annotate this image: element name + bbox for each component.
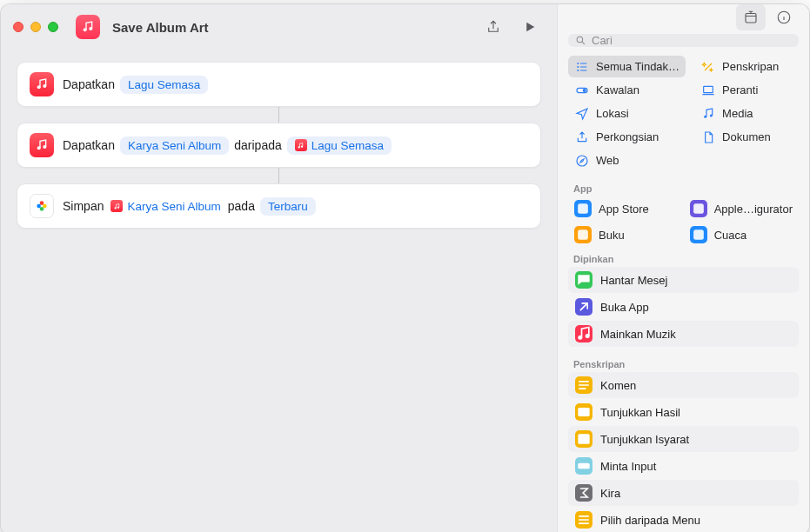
svg-rect-28: [693, 203, 704, 214]
scripting-action[interactable]: Tunjukkan Hasil: [568, 399, 799, 425]
minimize-button[interactable]: [30, 22, 41, 32]
section-label-app: App: [558, 178, 809, 196]
category-penskripan[interactable]: Penskripan: [694, 56, 799, 77]
search-input[interactable]: Cari: [568, 34, 799, 47]
wand-icon: [700, 59, 715, 74]
action-label: Komen: [600, 379, 636, 392]
category-dokumen[interactable]: Dokumen: [694, 126, 799, 148]
category-label: Penskripan: [722, 60, 779, 73]
app-item[interactable]: Buku: [568, 223, 675, 247]
app-item[interactable]: Cuaca: [684, 223, 799, 247]
action-word: Dapatkan: [63, 77, 115, 91]
scripting-action[interactable]: Tunjukkan Isyarat: [568, 426, 799, 452]
maximize-button[interactable]: [48, 22, 58, 32]
music-mini-icon: [110, 200, 123, 212]
scripting-action[interactable]: Minta Input: [568, 453, 799, 479]
svg-point-14: [117, 206, 119, 208]
variable-token[interactable]: Terbaru: [260, 197, 316, 216]
category-label: Lokasi: [596, 107, 629, 120]
category-label: Semua Tindak…: [596, 60, 679, 73]
search-icon: [575, 35, 586, 46]
music-icon: [575, 325, 592, 342]
category-label: Kawalan: [596, 83, 639, 96]
alert-icon: [575, 430, 592, 448]
svg-rect-29: [578, 229, 588, 240]
svg-point-0: [84, 28, 87, 31]
input-icon: [575, 457, 592, 475]
action-label: Kira: [600, 487, 620, 500]
action-card[interactable]: SimpanKarya Seni AlbumpadaTerbaru: [17, 183, 541, 229]
location-icon: [574, 106, 589, 121]
svg-rect-30: [693, 229, 704, 240]
variable-token[interactable]: Karya Seni Album: [109, 197, 222, 216]
svg-point-10: [40, 207, 44, 211]
action-label: Pilih daripada Menu: [600, 514, 700, 527]
category-web[interactable]: Web: [568, 150, 686, 171]
svg-point-24: [704, 115, 706, 117]
action-word: Simpan: [63, 199, 104, 213]
info-button[interactable]: [769, 4, 799, 30]
doc-icon: [700, 130, 715, 144]
category-label: Web: [596, 154, 619, 167]
category-grid: Semua Tindak…PenskripanKawalanPerantiLok…: [558, 56, 809, 178]
app-label: Buku: [599, 229, 625, 242]
category-perkongsian[interactable]: Perkongsian: [568, 126, 686, 148]
svg-point-31: [578, 336, 582, 340]
scripting-action[interactable]: Kira: [568, 480, 799, 506]
svg-rect-34: [578, 434, 589, 444]
action-card[interactable]: DapatkanKarya Seni AlbumdaripadaLagu Sem…: [17, 123, 541, 168]
pinned-action[interactable]: Hantar Mesej: [568, 267, 799, 293]
run-button[interactable]: [515, 14, 545, 40]
svg-point-1: [89, 27, 92, 30]
app-item[interactable]: App Store: [568, 196, 675, 221]
shortcut-app-icon: [76, 15, 100, 39]
scripting-action[interactable]: Pilih daripada Menu: [568, 507, 799, 532]
search-placeholder: Cari: [592, 34, 613, 47]
svg-point-4: [37, 146, 41, 150]
workflow-canvas[interactable]: DapatkanLagu SemasaDapatkanKarya Seni Al…: [1, 50, 557, 532]
category-media[interactable]: Media: [694, 103, 799, 124]
app-label: Cuaca: [714, 229, 747, 242]
apps-grid: App StoreApple…iguratorBukuCuaca: [558, 196, 809, 249]
window-controls: [13, 22, 58, 32]
pinned-list: Hantar MesejBuka AppMainkan Muzik: [558, 267, 809, 354]
category-label: Media: [722, 107, 753, 120]
category-kawalan[interactable]: Kawalan: [568, 79, 686, 101]
action-word: daripada: [234, 138, 282, 152]
svg-point-12: [41, 205, 44, 208]
action-card[interactable]: DapatkanLagu Semasa: [17, 62, 541, 107]
svg-point-32: [586, 334, 590, 338]
svg-rect-27: [578, 203, 588, 214]
library-toggle-button[interactable]: [736, 4, 766, 30]
variable-token[interactable]: Lagu Semasa: [287, 136, 392, 155]
variable-token[interactable]: Karya Seni Album: [120, 136, 229, 155]
titlebar: Save Album Art: [1, 4, 557, 50]
app-label: App Store: [599, 203, 649, 216]
app-icon: [690, 200, 707, 217]
svg-point-18: [577, 63, 579, 64]
action-label: Buka App: [600, 301, 649, 314]
app-item[interactable]: Apple…igurator: [684, 196, 799, 221]
variable-token[interactable]: Lagu Semasa: [120, 76, 208, 94]
action-label: Tunjukkan Isyarat: [600, 433, 689, 446]
share-button[interactable]: [479, 14, 508, 40]
sigma-icon: [575, 484, 592, 502]
window-title: Save Album Art: [112, 20, 209, 35]
section-label-scripting: Penskripan: [558, 354, 809, 372]
category-lokasi[interactable]: Lokasi: [568, 103, 686, 124]
action-label: Mainkan Muzik: [600, 328, 676, 341]
pinned-action[interactable]: Buka App: [568, 294, 799, 320]
action-label: Minta Input: [600, 460, 656, 473]
close-button[interactable]: [13, 22, 23, 32]
scripting-action[interactable]: Komen: [568, 372, 799, 398]
category-peranti[interactable]: Peranti: [694, 79, 799, 101]
list-icon: [574, 59, 589, 74]
svg-point-22: [582, 89, 586, 92]
pinned-action[interactable]: Mainkan Muzik: [568, 321, 799, 347]
music-icon: [30, 72, 54, 96]
category-semua-tindak-[interactable]: Semua Tindak…: [568, 56, 686, 77]
section-label-pinned: Dipinkan: [558, 249, 809, 267]
svg-point-19: [577, 66, 579, 68]
sidebar-toolbar: [558, 4, 809, 30]
svg-point-6: [298, 146, 300, 148]
